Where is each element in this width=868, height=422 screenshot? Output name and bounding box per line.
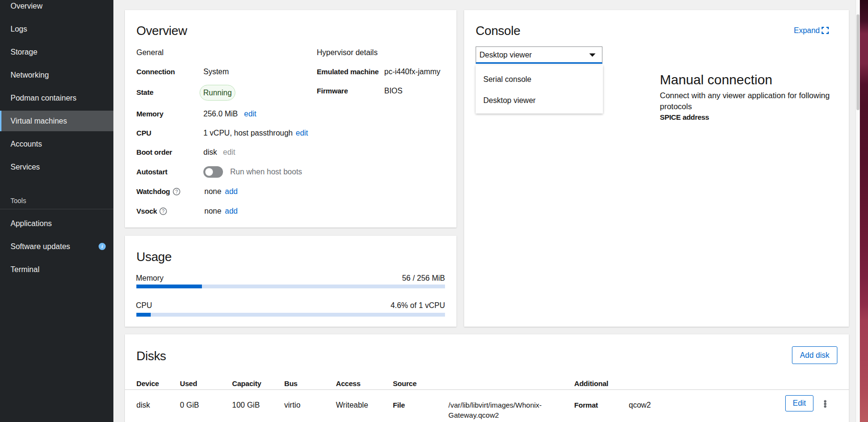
svg-text:?: ? (175, 189, 178, 194)
svg-text:?: ? (162, 209, 165, 214)
